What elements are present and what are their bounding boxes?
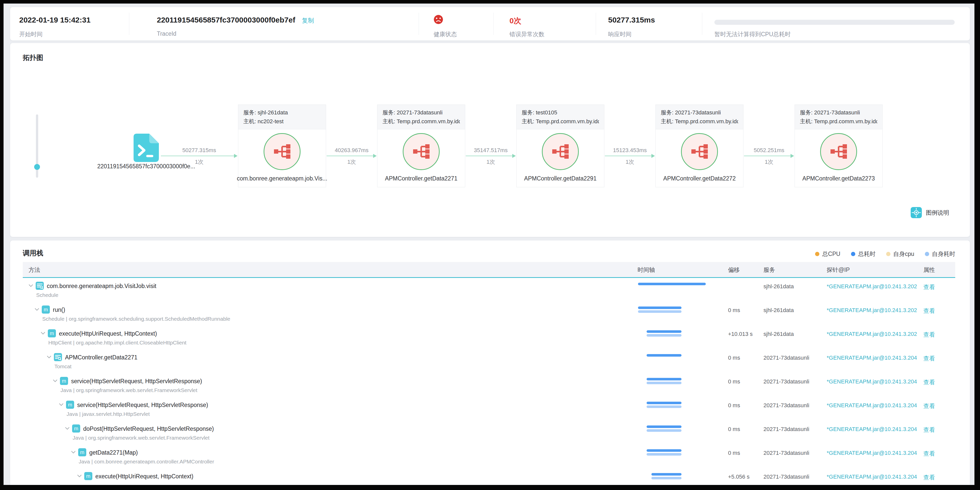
copy-trace-id-button[interactable]: 复制 [302,17,314,24]
callstack-row[interactable]: m getData2271(Map) Java | com.bonree.gen… [23,449,955,472]
edge-line [605,156,652,156]
method-icon: m [66,401,74,410]
topology-service-node[interactable]: 服务: 20271-73datasunli 主机: Temp.prd.comm.… [795,105,883,187]
node-host: 主机: Temp.prd.comm.vm.by.idc.b... [661,117,738,126]
method-subtitle: Java | com.bonree.generateapm.controller… [79,459,214,465]
service-value: 20271-73datasunli [764,450,809,456]
method-title: execute(HttpUriRequest, HttpContext) [95,473,193,480]
trace-id-label: TraceId [157,30,176,37]
timeline-bar-total [647,354,681,357]
offset-value: 0 ms [728,450,740,456]
chevron-down-icon[interactable] [71,450,76,455]
error-count-value: 0次 [509,16,521,26]
edge-duration: 15123.453ms [595,147,665,154]
topology-service-node[interactable]: 服务: 20271-73datasunli 主机: Temp.prd.comm.… [655,105,743,187]
timeline-bar-total [638,283,706,285]
view-attributes-link[interactable]: 查看 [923,283,935,291]
chevron-down-icon[interactable] [65,427,70,431]
callstack-row[interactable]: m execute(HttpUriRequest, HttpContext) H… [23,330,955,354]
view-attributes-link[interactable]: 查看 [923,402,935,410]
topology-panel: 拓扑图 220119154565857fc3700003000f0e... 50… [10,43,970,237]
callstack-row[interactable]: m run() Schedule | org.springframework.s… [23,306,955,330]
edge-arrow-icon [512,154,516,158]
sitemap-icon [273,142,291,161]
method-icon: m [60,377,68,386]
chevron-down-icon[interactable] [47,355,51,360]
view-attributes-link[interactable]: 查看 [923,331,935,338]
probe-link[interactable]: *GENERATEAPM.jar@10.241.3.202 [827,283,917,290]
timeline-bar-total [647,449,681,452]
probe-link[interactable]: *GENERATEAPM.jar@10.241.3.202 [827,331,917,337]
node-circle[interactable] [264,133,301,170]
svg-text:m: m [80,450,84,455]
timeline-bar-total [651,473,681,476]
health-sad-face-icon [434,15,443,24]
col-method: 方法 [29,266,40,274]
health-label: 健康状态 [434,30,457,38]
cpu-time-label: 暂时无法计算得到CPU总耗时 [714,30,791,38]
view-attributes-link[interactable]: 查看 [923,307,935,315]
legend-dot-icon [815,252,819,256]
topology-service-node[interactable]: 服务: sjhl-261data 主机: nc202-test com.bonr… [238,105,326,187]
chevron-down-icon[interactable] [77,474,82,479]
timeline-bar-self [647,453,681,456]
timeline-bar-self [651,477,681,479]
callstack-row[interactable]: m service(HttpServletRequest, HttpServle… [23,377,955,401]
method-icon: m [42,305,50,314]
probe-link[interactable]: *GENERATEAPM.jar@10.241.3.204 [827,474,917,480]
probe-link[interactable]: *GENERATEAPM.jar@10.241.3.204 [827,402,917,409]
node-endpoint-label: com.bonree.generateapm.job.Vis... [233,175,331,182]
legend-dot-icon [925,252,929,256]
edge-count: 1次 [605,158,655,166]
node-circle[interactable] [681,133,718,170]
topology-edge: 5052.251ms 1次 [744,147,794,167]
view-attributes-link[interactable]: 查看 [923,354,935,362]
callstack-panel: 调用栈 总CPU 总耗时 自身cpu 自身耗时 方法 时间轴 偏移 服务 探针@… [10,241,970,485]
service-value: sjhl-261data [764,283,794,290]
probe-link[interactable]: *GENERATEAPM.jar@10.241.3.204 [827,378,917,385]
node-circle[interactable] [820,133,857,170]
topology-title: 拓扑图 [23,53,43,62]
legend-item-label: 总CPU [822,250,840,258]
view-attributes-link[interactable]: 查看 [923,474,935,481]
edge-count: 1次 [744,158,794,166]
callstack-row[interactable]: m APMController.getData2271 Tomcat 0 ms … [23,354,955,377]
callstack-row[interactable]: m doPost(HttpServletRequest, HttpServlet… [23,425,955,449]
topology-service-node[interactable]: 服务: 20271-73datasunli 主机: Temp.prd.comm.… [377,105,465,187]
callstack-row[interactable]: m execute(HttpUriRequest, HttpContext) +… [23,472,955,490]
method-title: run() [53,306,65,313]
edge-duration: 40263.967ms [317,147,387,154]
probe-link[interactable]: *GENERATEAPM.jar@10.241.3.204 [827,354,917,361]
timeline-bar-self [647,381,681,384]
view-attributes-link[interactable]: 查看 [923,450,935,458]
chevron-down-icon[interactable] [59,403,64,407]
zoom-slider-thumb[interactable] [34,164,40,170]
probe-link[interactable]: *GENERATEAPM.jar@10.241.3.204 [827,426,917,433]
app-background: 2022-01-19 15:42:31 开始时间 220119154565857… [3,3,974,485]
view-attributes-link[interactable]: 查看 [923,426,935,434]
node-header: 服务: 20271-73datasunli 主机: Temp.prd.comm.… [795,105,882,129]
error-count-label: 错误异常次数 [509,30,544,38]
topology-service-node[interactable]: 服务: test0105 主机: Temp.prd.comm.vm.by.idc… [516,105,605,187]
offset-value: 0 ms [728,402,740,409]
timeline-bar-total [638,306,681,309]
chevron-down-icon[interactable] [35,308,39,312]
view-attributes-link[interactable]: 查看 [923,378,935,386]
probe-link[interactable]: *GENERATEAPM.jar@10.241.3.204 [827,450,917,456]
chevron-down-icon[interactable] [41,332,45,336]
offset-value: 0 ms [728,354,740,361]
chevron-down-icon[interactable] [53,379,57,384]
edge-duration: 5052.251ms [734,147,804,154]
legend-icon [911,207,922,218]
cpu-progress-bar [714,20,955,25]
edge-arrow-icon [373,154,377,158]
callstack-row[interactable]: m service(HttpServletRequest, HttpServle… [23,401,955,425]
node-circle[interactable] [403,133,440,170]
probe-link[interactable]: *GENERATEAPM.jar@10.241.3.202 [827,307,917,314]
svg-text:m: m [50,330,54,336]
node-circle[interactable] [542,133,579,170]
legend-help-button[interactable]: 图例说明 [911,207,949,218]
svg-text:m: m [74,426,78,431]
chevron-down-icon[interactable] [29,284,33,289]
callstack-row[interactable]: m com.bonree.generateapm.job.VisitJob.vi… [23,282,955,306]
